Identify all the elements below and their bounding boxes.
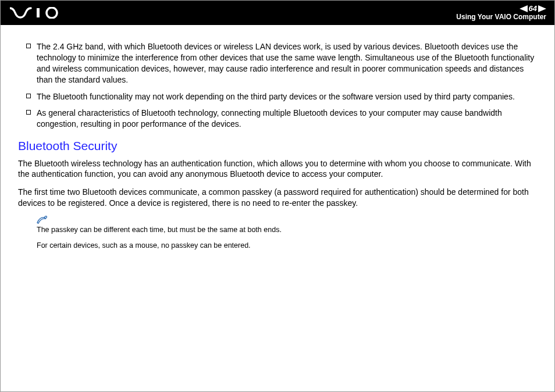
note-text: The passkey can be different each time, … [37, 225, 537, 235]
svg-marker-2 [520, 5, 528, 12]
page-number: 64 [529, 5, 537, 13]
bullet-list: The 2.4 GHz band, with which Bluetooth d… [18, 41, 537, 130]
list-item: The 2.4 GHz band, with which Bluetooth d… [18, 41, 537, 85]
note-pencil-icon [37, 216, 537, 224]
note-text: For certain devices, such as a mouse, no… [37, 241, 537, 251]
vaio-logo-svg [10, 7, 66, 19]
body-paragraph: The first time two Bluetooth devices com… [18, 187, 537, 209]
section-title: Using Your VAIO Computer [456, 13, 546, 21]
header-right: 64 Using Your VAIO Computer [456, 5, 546, 20]
list-item: As general characteristics of Bluetooth … [18, 108, 537, 130]
document-page: 64 Using Your VAIO Computer The 2.4 GHz … [0, 0, 555, 392]
next-page-arrow-icon[interactable] [538, 5, 546, 12]
prev-page-arrow-icon[interactable] [520, 5, 528, 12]
note-block: The passkey can be different each time, … [18, 216, 537, 251]
section-heading: Bluetooth Security [18, 138, 537, 154]
page-content: The 2.4 GHz band, with which Bluetooth d… [1, 25, 554, 251]
svg-marker-3 [538, 5, 546, 12]
page-nav: 64 [520, 5, 546, 13]
body-paragraph: The Bluetooth wireless technology has an… [18, 158, 537, 180]
vaio-logo [10, 7, 66, 19]
svg-point-1 [47, 8, 57, 18]
list-item: The Bluetooth functionality may not work… [18, 91, 537, 102]
svg-rect-0 [37, 8, 40, 17]
page-header: 64 Using Your VAIO Computer [1, 1, 554, 25]
